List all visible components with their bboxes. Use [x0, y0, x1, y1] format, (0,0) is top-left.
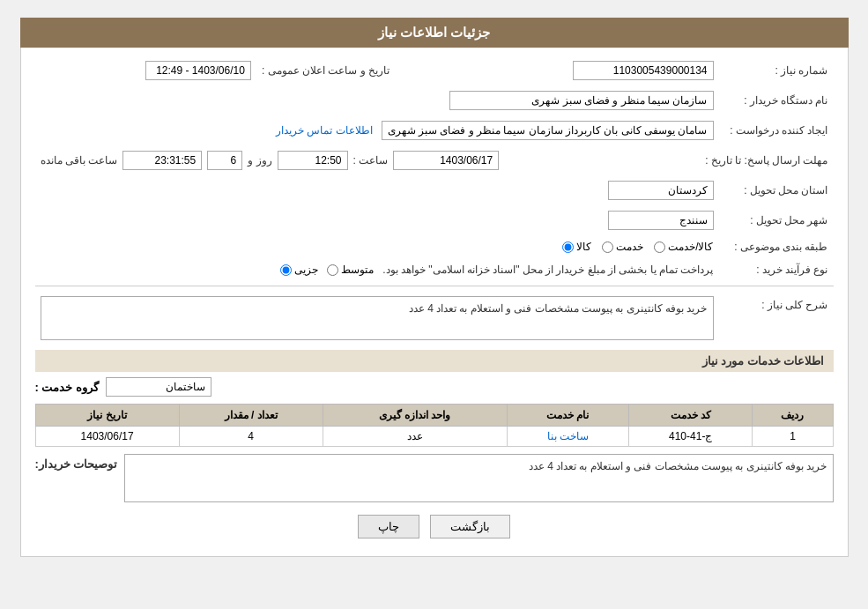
cell-code: ج-41-410	[628, 427, 753, 447]
col-header-quantity: تعداد / مقدار	[179, 405, 323, 427]
page-header: جزئیات اطلاعات نیاز	[20, 18, 849, 48]
info-table-city: شهر محل تحویل : سنندج	[35, 208, 834, 233]
purchase-type-row: پرداخت تمام یا بخشی از مبلغ خریدار از مح…	[35, 261, 719, 279]
col-header-date: تاریخ نیاز	[35, 405, 179, 427]
deadline-day-label: روز و	[248, 154, 271, 167]
deadline-remaining-input: 23:31:55	[122, 151, 202, 170]
creator-value: سامان یوسفی کانی بان کاربرداز سازمان سیم…	[35, 118, 719, 143]
col-header-unit: واحد اندازه گیری	[323, 405, 507, 427]
city-input: سنندج	[608, 211, 714, 230]
page-title: جزئیات اطلاعات نیاز	[378, 25, 490, 40]
radio-jozei-input[interactable]	[280, 264, 292, 276]
deadline-days-input: 6	[207, 151, 242, 170]
cell-quantity: 4	[179, 427, 323, 447]
content-area: شماره نیاز : 1103005439000134 تاریخ و سا…	[20, 48, 849, 557]
city-label: شهر محل تحویل :	[719, 208, 834, 233]
col-header-code: کد خدمت	[628, 405, 753, 427]
announcement-value: 1403/06/10 - 12:49	[35, 58, 256, 83]
category-label: طبقه بندی موضوعی :	[719, 238, 834, 256]
radio-khadamat[interactable]: خدمت	[602, 241, 643, 253]
radio-motavaset-label: متوسط	[341, 264, 374, 276]
category-radios: کالا/خدمت خدمت کالا	[35, 238, 719, 256]
announcement-input: 1403/06/10 - 12:49	[145, 61, 251, 80]
radio-kala-khadamat-input[interactable]	[654, 241, 665, 253]
info-table-province: استان محل تحویل : کردستان	[35, 178, 834, 203]
province-label: استان محل تحویل :	[719, 178, 834, 203]
buyer-desc-label: توصیحات خریدار:	[35, 454, 118, 471]
group-service-row: ساختمان گروه خدمت :	[35, 377, 834, 397]
divider-1	[35, 286, 834, 286]
buyer-org-input: سازمان سیما منظر و فضای سبز شهری	[449, 91, 714, 110]
deadline-date-input: 1403/06/17	[393, 151, 499, 170]
group-service-label: گروه خدمت :	[35, 381, 100, 394]
radio-motavaset[interactable]: متوسط	[327, 264, 374, 276]
deadline-time-input: 12:50	[278, 151, 348, 170]
buyer-desc-box: خرید بوفه کانتینری به پیوست مشخصات فنی و…	[124, 454, 833, 502]
description-label: شرح کلی نیاز :	[719, 293, 834, 343]
radio-khadamat-input[interactable]	[602, 241, 613, 253]
deadline-row: 1403/06/17 ساعت : 12:50 روز و 6 23:31:55…	[35, 148, 701, 173]
info-table-top: شماره نیاز : 1103005439000134 تاریخ و سا…	[35, 58, 834, 83]
buyer-org-value: سازمان سیما منظر و فضای سبز شهری	[35, 88, 719, 113]
description-value: خرید بوفه کانتینری به پیوست مشخصات فنی و…	[35, 293, 719, 343]
cell-name[interactable]: ساخت بنا	[507, 427, 628, 447]
info-table-deadline: مهلت ارسال پاسخ: تا تاریخ : 1403/06/17 س…	[35, 148, 834, 173]
info-table-purchase-type: نوع فرآیند خرید : پرداخت تمام یا بخشی از…	[35, 261, 834, 279]
deadline-remaining-label: ساعت باقی مانده	[41, 154, 118, 167]
radio-khadamat-label: خدمت	[616, 241, 643, 253]
cell-row: 1	[753, 427, 833, 447]
deadline-label: مهلت ارسال پاسخ: تا تاریخ :	[700, 148, 833, 173]
cell-unit: عدد	[323, 427, 507, 447]
radio-kala-khadamat[interactable]: کالا/خدمت	[654, 241, 713, 253]
info-table-description: شرح کلی نیاز : خرید بوفه کانتینری به پیو…	[35, 293, 834, 343]
need-number-input: 1103005439000134	[573, 61, 714, 80]
main-container: جزئیات اطلاعات نیاز شماره نیاز : 1103005…	[20, 18, 849, 557]
province-input: کردستان	[608, 181, 714, 200]
city-value: سنندج	[35, 208, 719, 233]
purchase-type-label: نوع فرآیند خرید :	[719, 261, 834, 279]
buyer-desc-section: خرید بوفه کانتینری به پیوست مشخصات فنی و…	[35, 454, 834, 502]
col-header-name: نام خدمت	[507, 405, 628, 427]
contact-link[interactable]: اطلاعات تماس خریدار	[276, 124, 373, 137]
creator-input: سامان یوسفی کانی بان کاربرداز سازمان سیم…	[382, 121, 714, 140]
info-table-category: طبقه بندی موضوعی : کالا/خدمت خدمت کالا	[35, 238, 834, 256]
info-table-creator: ایجاد کننده درخواست : سامان یوسفی کانی ب…	[35, 118, 834, 143]
cell-date: 1403/06/17	[35, 427, 179, 447]
print-button[interactable]: چاپ	[358, 515, 419, 538]
radio-jozei-label: جزیی	[294, 264, 318, 276]
services-table: ردیف کد خدمت نام خدمت واحد اندازه گیری ت…	[35, 404, 834, 447]
province-value: کردستان	[35, 178, 719, 203]
announcement-label: تاریخ و ساعت اعلان عمومی :	[256, 58, 395, 83]
description-box: خرید بوفه کانتینری به پیوست مشخصات فنی و…	[41, 296, 714, 340]
radio-kala[interactable]: کالا	[562, 241, 591, 253]
need-number-label: شماره نیاز :	[719, 58, 834, 83]
col-header-row: ردیف	[753, 405, 833, 427]
table-row: 1 ج-41-410 ساخت بنا عدد 4 1403/06/17	[35, 427, 833, 447]
creator-label: ایجاد کننده درخواست :	[719, 118, 834, 143]
radio-jozei[interactable]: جزیی	[280, 264, 318, 276]
need-number-value: 1103005439000134	[430, 58, 719, 83]
radio-motavaset-input[interactable]	[327, 264, 338, 276]
back-button[interactable]: بازگشت	[430, 515, 510, 538]
purchase-note: پرداخت تمام یا بخشی از مبلغ خریدار از مح…	[382, 264, 713, 276]
buttons-row: بازگشت چاپ	[35, 515, 834, 538]
deadline-time-label: ساعت :	[353, 154, 389, 167]
buyer-org-label: نام دستگاه خریدار :	[719, 88, 834, 113]
group-service-input: ساختمان	[106, 377, 211, 397]
radio-kala-khadamat-label: کالا/خدمت	[668, 241, 713, 253]
info-table-org: نام دستگاه خریدار : سازمان سیما منظر و ف…	[35, 88, 834, 113]
radio-kala-label: کالا	[576, 241, 591, 253]
radio-kala-input[interactable]	[562, 241, 574, 253]
services-section-title: اطلاعات خدمات مورد نیاز	[35, 350, 834, 372]
